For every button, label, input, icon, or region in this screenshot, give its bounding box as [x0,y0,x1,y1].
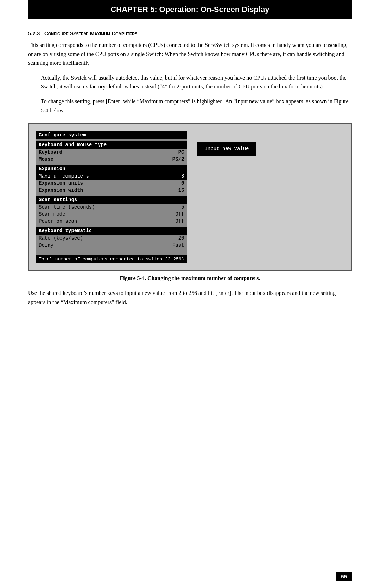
osd-item-rate: Rate (keys/sec) 20 [36,235,187,242]
osd-item-expansion-width: Expansion width 16 [36,187,187,194]
osd-label-rate: Rate (keys/sec) [39,235,170,241]
osd-screen: Configure system Keyboard and mouse type… [36,131,187,263]
osd-header-configure: Configure system [36,131,187,139]
osd-item-max-computers: Maximum computers 8 [36,173,187,180]
chapter-header: CHAPTER 5: Operation: On-Screen Display [28,0,352,19]
section-heading: 5.2.3 Configure System: Maximum Computer… [28,30,352,36]
osd-value-delay: Fast [170,242,184,248]
osd-value-scan-mode: Off [170,211,184,217]
osd-label-power-on-scan: Power on scan [39,218,170,224]
figure-container: Configure system Keyboard and mouse type… [28,123,352,271]
input-popup: Input new value [197,142,256,156]
osd-value-scan-time: 5 [170,204,184,210]
osd-label-expansion-width: Expansion width [39,187,170,193]
section-number: 5.2.3 [28,30,40,36]
osd-value-power-on-scan: Off [170,218,184,224]
osd-label-expansion-units: Expansion units [39,180,170,186]
osd-value-max-computers: 8 [170,173,184,179]
paragraph-1: This setting corresponds to the number o… [28,41,352,68]
osd-label-mouse: Mouse [39,156,170,162]
osd-value-expansion-units: 0 [170,180,184,186]
osd-header-keyboard: Keyboard and mouse type [36,141,187,149]
osd-label-max-computers: Maximum computers [39,173,170,179]
osd-label-scan-time: Scan time (seconds) [39,204,170,210]
page-footer: 55 [28,570,352,581]
osd-item-scan-mode: Scan mode Off [36,211,187,218]
paragraph-2: Actually, the Switch will usually autode… [41,73,352,91]
osd-header-scan: Scan settings [36,196,187,204]
osd-header-expansion: Expansion [36,165,187,173]
post-figure-paragraph: Use the shared keyboard’s number keys to… [28,289,352,307]
page-number: 55 [336,572,352,581]
osd-item-keyboard: Keyboard PC [36,149,187,156]
osd-item-scan-time: Scan time (seconds) 5 [36,204,187,211]
osd-value-mouse: PS/2 [170,156,184,162]
osd-item-power-on-scan: Power on scan Off [36,218,187,225]
osd-label-keyboard: Keyboard [39,149,170,155]
osd-item-expansion-units: Expansion units 0 [36,180,187,187]
osd-label-delay: Delay [39,242,170,248]
section-title: Configure System: Maximum Computers [44,30,138,36]
osd-item-mouse: Mouse PS/2 [36,156,187,163]
osd-value-expansion-width: 16 [170,187,184,193]
figure-caption: Figure 5-4. Changing the maximum number … [28,275,352,281]
paragraph-3: To change this setting, press [Enter] wh… [41,97,352,115]
osd-value-keyboard: PC [170,149,184,155]
osd-header-typematic: Keyboard typematic [36,227,187,235]
osd-value-rate: 20 [170,235,184,241]
osd-label-scan-mode: Scan mode [39,211,170,217]
osd-status-bar: Total number of computers connected to s… [36,255,187,263]
osd-item-delay: Delay Fast [36,242,187,249]
